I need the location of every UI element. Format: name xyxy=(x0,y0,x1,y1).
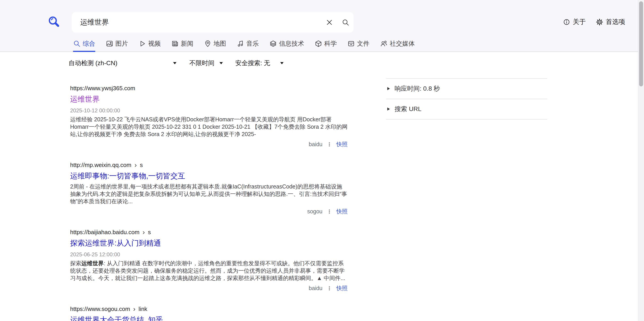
result-date: 2025-10-12 00:00:00 xyxy=(70,107,348,114)
search-icon xyxy=(73,40,81,47)
kebab-icon[interactable] xyxy=(327,141,332,148)
search-filters: 自动检测 (zh-CN) 不限时间 安全搜索: 无 xyxy=(68,58,284,68)
category-tab-label: 新闻 xyxy=(181,39,194,48)
snapshot-link[interactable]: 快照 xyxy=(336,285,348,292)
safesearch-select[interactable]: 安全搜索: 无 xyxy=(235,59,284,67)
category-tab-label: 视频 xyxy=(148,39,161,48)
result-title-link[interactable]: 运维世界大会干货总结_知乎 xyxy=(70,315,348,321)
result-title-link[interactable]: 探索运维世界:从入门到精通 xyxy=(70,238,348,248)
result-url-text: https://www.ywsj365.com xyxy=(70,85,135,92)
result-item: https://www.sogou.com›link运维世界大会干货总结_知乎 xyxy=(70,305,348,321)
category-tab-label: 文件 xyxy=(357,39,370,48)
layers-icon xyxy=(269,40,277,47)
map-pin-icon xyxy=(204,40,212,47)
breadcrumb-separator: › xyxy=(134,162,137,168)
top-navigation: 关于 首选项 xyxy=(563,17,625,26)
category-tab-label: 音乐 xyxy=(246,39,259,48)
category-tab-文件[interactable]: 文件 xyxy=(347,39,370,52)
submit-search-button[interactable] xyxy=(338,12,354,33)
category-tab-视频[interactable]: 视频 xyxy=(138,39,161,52)
result-url[interactable]: https://baijiahao.baidu.com›s xyxy=(70,229,348,236)
category-tabs: 综合图片视频新闻地图音乐信息技术科学文件社交媒体 xyxy=(73,39,425,52)
kebab-icon[interactable] xyxy=(327,208,332,215)
engine-name: baidu xyxy=(309,141,322,148)
result-url[interactable]: http://mp.weixin.qq.com›s xyxy=(70,161,348,169)
category-tab-图片[interactable]: 图片 xyxy=(106,39,128,52)
category-tab-label: 信息技术 xyxy=(279,39,304,48)
snippet-text: 2周前 - 在运维的世界里,每一项技术或者思想都有其逻辑本质.就像IaC(Inf… xyxy=(70,183,347,204)
snippet-text: 运维经验 2025-10-22 飞牛云NAS或者VPS使用Docker部署Hom… xyxy=(70,116,348,137)
result-item: https://www.ywsj365.com运维世界2025-10-12 00… xyxy=(70,85,348,148)
result-date: 2025-06-25 12:00:00 xyxy=(70,251,348,258)
snippet-highlight: 运维世界 xyxy=(81,260,104,266)
result-snippet: 运维经验 2025-10-22 飞牛云NAS或者VPS使用Docker部署Hom… xyxy=(70,116,348,138)
category-tab-label: 综合 xyxy=(83,39,95,48)
snapshot-link[interactable]: 快照 xyxy=(336,141,348,148)
result-item: http://mp.weixin.qq.com›s运维即事物:一切皆事物,一切皆… xyxy=(70,161,348,215)
search-icon xyxy=(342,18,349,26)
result-title-link[interactable]: 运维即事物:一切皆事物,一切皆交互 xyxy=(70,171,348,181)
safesearch-value: 安全搜索: 无 xyxy=(235,59,270,67)
kebab-icon[interactable] xyxy=(327,285,332,292)
about-label: 关于 xyxy=(573,17,586,26)
triangle-right-icon xyxy=(386,86,390,91)
caret-down-icon xyxy=(172,60,178,66)
result-url[interactable]: https://www.sogou.com›link xyxy=(70,305,348,313)
result-url-text: https://baijiahao.baidu.com xyxy=(70,229,140,236)
engine-name: baidu xyxy=(309,285,322,292)
sidebar-collapsible[interactable]: 搜索 URL xyxy=(386,99,547,120)
sidebar-collapsible-label: 搜索 URL xyxy=(394,105,422,113)
result-url-text: https://www.sogou.com xyxy=(70,305,130,313)
archive-icon xyxy=(347,40,355,47)
result-url-text: http://mp.weixin.qq.com xyxy=(70,161,131,169)
result-snippet: 2周前 - 在运维的世界里,每一项技术或者思想都有其逻辑本质.就像IaC(Inf… xyxy=(70,183,348,205)
result-title-link[interactable]: 运维世界 xyxy=(70,94,348,104)
result-snippet: 探索运维世界: 从入门到精通 在数字时代的浪潮中，运维角色的重要性愈发显得不可或… xyxy=(70,260,348,282)
preferences-label: 首选项 xyxy=(606,17,625,26)
time-range-select[interactable]: 不限时间 xyxy=(189,59,224,67)
snapshot-link[interactable]: 快照 xyxy=(336,208,348,215)
scrollbar-thumb[interactable] xyxy=(639,1,643,86)
category-tab-社交媒体[interactable]: 社交媒体 xyxy=(380,39,415,52)
image-icon xyxy=(106,40,114,47)
time-range-value: 不限时间 xyxy=(189,59,214,67)
info-icon xyxy=(563,18,570,25)
box-icon xyxy=(314,40,322,47)
result-url-path: s xyxy=(148,229,151,236)
caret-down-icon xyxy=(279,60,284,66)
language-select[interactable]: 自动检测 (zh-CN) xyxy=(68,59,178,67)
sidebar-collapsible[interactable]: 响应时间: 0.8 秒 xyxy=(386,78,547,99)
preferences-link[interactable]: 首选项 xyxy=(596,17,625,26)
category-tab-label: 地图 xyxy=(214,39,226,48)
category-tab-综合[interactable]: 综合 xyxy=(73,39,95,52)
clear-search-button[interactable] xyxy=(321,12,338,33)
caret-down-icon xyxy=(218,60,224,66)
category-tab-label: 科学 xyxy=(324,39,337,48)
music-icon xyxy=(237,40,244,47)
result-engine-row: sogou快照 xyxy=(70,208,348,215)
result-engine-row: baidu快照 xyxy=(70,141,348,148)
breadcrumb-separator: › xyxy=(133,306,135,312)
play-icon xyxy=(138,40,146,47)
result-url[interactable]: https://www.ywsj365.com xyxy=(70,85,348,92)
category-tab-信息技术[interactable]: 信息技术 xyxy=(269,39,304,52)
about-link[interactable]: 关于 xyxy=(563,17,586,26)
scrollbar-track[interactable] xyxy=(638,0,644,321)
category-tab-新闻[interactable]: 新闻 xyxy=(171,39,194,52)
result-engine-row: baidu快照 xyxy=(70,285,348,292)
snippet-text: 探索 xyxy=(70,260,81,266)
category-tab-地图[interactable]: 地图 xyxy=(204,39,226,52)
category-tab-音乐[interactable]: 音乐 xyxy=(237,39,259,52)
result-url-path: s xyxy=(140,161,143,169)
result-url-path: link xyxy=(138,305,147,313)
category-tab-科学[interactable]: 科学 xyxy=(314,39,337,52)
language-value: 自动检测 (zh-CN) xyxy=(68,59,118,67)
result-item: https://baijiahao.baidu.com›s探索运维世界:从入门到… xyxy=(70,229,348,292)
header: 关于 首选项 综合图片视频新闻地图音乐信息技术科学文件社交媒体 xyxy=(0,0,638,52)
news-icon xyxy=(171,40,179,47)
search-input[interactable] xyxy=(72,18,321,27)
breadcrumb-separator: › xyxy=(142,229,145,235)
sidebar-collapsible-label: 响应时间: 0.8 秒 xyxy=(394,84,440,93)
users-icon xyxy=(380,40,388,47)
category-tab-label: 图片 xyxy=(116,39,128,48)
